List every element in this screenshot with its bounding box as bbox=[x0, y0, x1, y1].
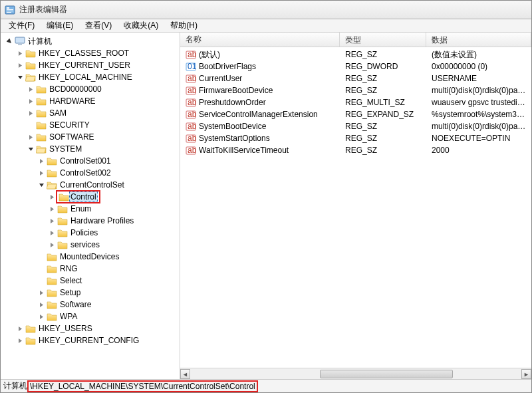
reg-dword-icon: 011 bbox=[186, 61, 196, 72]
tree-label: SECURITY bbox=[48, 120, 91, 130]
tree-node-sam[interactable]: SAM bbox=[26, 107, 180, 119]
tree-node-hkcu[interactable]: HKEY_CURRENT_USER bbox=[15, 59, 180, 71]
expand-icon[interactable] bbox=[38, 158, 45, 165]
expand-icon[interactable] bbox=[49, 229, 56, 237]
column-header-name[interactable]: 名称 bbox=[180, 33, 340, 47]
tree-node-control[interactable]: Control bbox=[47, 191, 180, 203]
tree-node-hkcr[interactable]: HKEY_CLASSES_ROOT bbox=[15, 47, 180, 59]
tree-label: HKEY_CLASSES_ROOT bbox=[37, 49, 130, 58]
value-name: WaitToKillServiceTimeout bbox=[199, 146, 289, 155]
expand-icon[interactable] bbox=[49, 194, 56, 201]
list-row[interactable]: abFirmwareBootDeviceREG_SZmulti(0)disk(0… bbox=[180, 84, 531, 96]
scroll-right-icon[interactable]: ► bbox=[521, 369, 531, 379]
tree-node-bcd[interactable]: BCD00000000 bbox=[26, 83, 180, 95]
tree-node-cs001[interactable]: ControlSet001 bbox=[37, 155, 180, 167]
tree-node-enum[interactable]: Enum bbox=[47, 203, 180, 215]
tree-label: Policies bbox=[69, 228, 99, 237]
collapse-icon[interactable] bbox=[17, 74, 24, 81]
tree-label: BCD00000000 bbox=[48, 84, 103, 94]
scroll-thumb[interactable] bbox=[320, 370, 453, 378]
scroll-left-icon[interactable]: ◄ bbox=[180, 369, 190, 379]
expand-icon[interactable] bbox=[27, 98, 35, 105]
svg-text:011: 011 bbox=[188, 62, 196, 71]
list-row[interactable]: abPreshutdownOrderREG_MULTI_SZwuauserv g… bbox=[180, 96, 531, 108]
list-header: 名称 类型 数据 bbox=[180, 33, 531, 47]
tree-node-services[interactable]: services bbox=[47, 239, 180, 251]
collapse-icon[interactable] bbox=[38, 182, 45, 189]
folder-open-icon bbox=[25, 72, 36, 82]
expand-icon[interactable] bbox=[27, 86, 35, 93]
tree-node-hardware[interactable]: HARDWARE bbox=[26, 95, 180, 107]
list-row[interactable]: 011BootDriverFlagsREG_DWORD0x00000000 (0… bbox=[180, 61, 531, 72]
folder-icon bbox=[47, 156, 57, 166]
expand-icon[interactable] bbox=[17, 337, 24, 344]
tree-label: Setup bbox=[59, 288, 82, 297]
collapse-icon[interactable] bbox=[6, 38, 13, 45]
expand-icon[interactable] bbox=[38, 301, 45, 309]
value-type: REG_SZ bbox=[345, 146, 377, 155]
value-type: REG_SZ bbox=[345, 134, 377, 143]
column-header-data[interactable]: 数据 bbox=[426, 33, 531, 47]
folder-icon bbox=[59, 192, 69, 201]
expand-icon[interactable] bbox=[17, 62, 24, 69]
menu-view[interactable]: 查看(V) bbox=[80, 19, 117, 33]
tree-node-ccs[interactable]: CurrentControlSet bbox=[37, 179, 180, 191]
value-type: REG_SZ bbox=[345, 86, 377, 95]
tree-node-rng[interactable]: RNG bbox=[37, 263, 180, 275]
values-pane: 名称 类型 数据 ab(默认)REG_SZ(数值未设置)011BootDrive… bbox=[180, 33, 531, 379]
menu-favorites[interactable]: 收藏夹(A) bbox=[118, 19, 164, 33]
tree-node-mounted[interactable]: MountedDevices bbox=[37, 251, 180, 263]
collapse-icon[interactable] bbox=[27, 146, 35, 153]
tree-node-software[interactable]: SOFTWARE bbox=[26, 131, 180, 143]
tree-node-hklm[interactable]: HKEY_LOCAL_MACHINE bbox=[15, 71, 180, 83]
tree-label: SAM bbox=[48, 108, 68, 118]
value-type: REG_SZ bbox=[345, 50, 377, 59]
expand-icon[interactable] bbox=[38, 313, 45, 321]
expand-icon[interactable] bbox=[49, 241, 56, 249]
expand-icon[interactable] bbox=[27, 110, 35, 117]
expand-icon[interactable] bbox=[17, 325, 24, 332]
annotation-highlight: \HKEY_LOCAL_MACHINE\SYSTEM\CurrentContro… bbox=[27, 380, 258, 392]
list-row[interactable]: abCurrentUserREG_SZUSERNAME bbox=[180, 72, 531, 84]
expand-icon[interactable] bbox=[49, 217, 56, 225]
tree-node-hwprofiles[interactable]: Hardware Profiles bbox=[47, 215, 180, 227]
svg-text:ab: ab bbox=[188, 110, 196, 119]
value-name: ServiceControlManagerExtension bbox=[199, 110, 318, 119]
menu-edit[interactable]: 编辑(E) bbox=[41, 19, 78, 33]
tree-node-software2[interactable]: Software bbox=[37, 299, 180, 311]
expand-icon[interactable] bbox=[38, 170, 45, 177]
list-body[interactable]: ab(默认)REG_SZ(数值未设置)011BootDriverFlagsREG… bbox=[180, 47, 531, 368]
tree-node-policies[interactable]: Policies bbox=[47, 227, 180, 239]
column-label: 名称 bbox=[186, 34, 201, 45]
tree-node-hku[interactable]: HKEY_USERS bbox=[15, 323, 180, 334]
column-header-type[interactable]: 类型 bbox=[340, 33, 426, 47]
expand-icon[interactable] bbox=[27, 134, 35, 141]
expand-icon[interactable] bbox=[17, 50, 24, 57]
expand-icon[interactable] bbox=[49, 205, 56, 213]
expand-icon[interactable] bbox=[38, 289, 45, 297]
folder-icon bbox=[47, 288, 57, 297]
tree-node-cs002[interactable]: ControlSet002 bbox=[37, 167, 180, 179]
tree-node-security[interactable]: SECURITY bbox=[26, 119, 180, 131]
folder-icon bbox=[47, 168, 57, 178]
tree-pane[interactable]: 计算机 HKEY_CLASSES_ROOT HKEY_CURRENT_USER … bbox=[1, 33, 180, 379]
tree-node-setup[interactable]: Setup bbox=[37, 287, 180, 299]
menu-help[interactable]: 帮助(H) bbox=[165, 19, 203, 33]
tree-node-wpa[interactable]: WPA bbox=[37, 311, 180, 323]
menu-file[interactable]: 文件(F) bbox=[3, 19, 40, 33]
value-type: REG_MULTI_SZ bbox=[345, 98, 405, 107]
tree-node-hkcc[interactable]: HKEY_CURRENT_CONFIG bbox=[15, 334, 180, 346]
list-row[interactable]: abSystemStartOptionsREG_SZ NOEXECUTE=OPT… bbox=[180, 132, 531, 144]
tree-label: Control bbox=[69, 192, 98, 202]
folder-icon bbox=[47, 264, 57, 273]
tree-node-select[interactable]: Select bbox=[37, 275, 180, 287]
tree-label: SOFTWARE bbox=[48, 132, 96, 142]
folder-icon bbox=[25, 324, 36, 333]
list-row[interactable]: ab(默认)REG_SZ(数值未设置) bbox=[180, 49, 531, 61]
list-row[interactable]: abWaitToKillServiceTimeoutREG_SZ2000 bbox=[180, 144, 531, 156]
tree-node-computer[interactable]: 计算机 bbox=[5, 35, 180, 47]
horizontal-scrollbar[interactable]: ◄ ► bbox=[180, 368, 531, 379]
list-row[interactable]: abSystemBootDeviceREG_SZmulti(0)disk(0)r… bbox=[180, 120, 531, 132]
list-row[interactable]: abServiceControlManagerExtensionREG_EXPA… bbox=[180, 108, 531, 120]
tree-node-system[interactable]: SYSTEM bbox=[26, 143, 180, 155]
